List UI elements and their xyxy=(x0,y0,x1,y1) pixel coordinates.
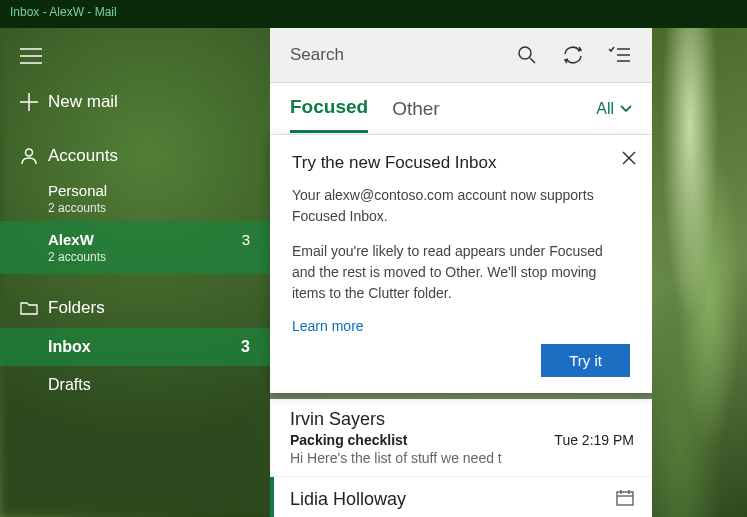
popup-text-2: Email you're likely to read appears unde… xyxy=(292,241,630,304)
sidebar: New mail Accounts Personal 2 accounts Al… xyxy=(0,28,270,517)
hamburger-menu-button[interactable] xyxy=(0,40,270,82)
svg-line-7 xyxy=(530,58,535,63)
accounts-header[interactable]: Accounts xyxy=(0,136,270,176)
select-mode-button[interactable] xyxy=(596,28,642,83)
filter-dropdown[interactable]: All xyxy=(596,100,632,118)
calendar-icon xyxy=(616,490,634,509)
account-subtext: 2 accounts xyxy=(48,201,250,215)
popup-text-1: Your alexw@contoso.com account now suppo… xyxy=(292,185,630,227)
reading-pane-background xyxy=(652,28,747,517)
message-subject: Packing checklist xyxy=(290,432,408,448)
focused-inbox-popup: Try the new Focused Inbox Your alexw@con… xyxy=(270,135,652,393)
popup-close-button[interactable] xyxy=(622,149,636,170)
message-item[interactable]: Lidia Holloway xyxy=(270,477,652,517)
account-name: Personal xyxy=(48,182,107,199)
message-sender: Lidia Holloway xyxy=(290,489,406,510)
message-sender: Irvin Sayers xyxy=(290,409,634,430)
plus-icon xyxy=(20,93,48,111)
folder-inbox[interactable]: Inbox 3 xyxy=(0,328,270,366)
filter-label: All xyxy=(596,100,614,118)
window-title: Inbox - AlexW - Mail xyxy=(10,5,117,19)
tab-focused[interactable]: Focused xyxy=(290,84,368,133)
account-alexw[interactable]: AlexW 3 2 accounts xyxy=(0,221,270,274)
new-mail-label: New mail xyxy=(48,92,118,112)
message-preview: Hi Here's the list of stuff we need t xyxy=(290,450,634,466)
account-personal[interactable]: Personal 2 accounts xyxy=(0,176,270,221)
sync-icon xyxy=(562,45,584,65)
hamburger-icon xyxy=(20,48,42,64)
toolbar: Search xyxy=(270,28,652,83)
folder-name: Drafts xyxy=(48,376,91,394)
person-icon xyxy=(20,147,48,165)
account-count: 3 xyxy=(242,231,250,248)
close-icon xyxy=(622,151,636,165)
inbox-tabs: Focused Other All xyxy=(270,83,652,135)
message-list: Irvin Sayers Packing checklist Tue 2:19 … xyxy=(270,399,652,517)
svg-rect-13 xyxy=(617,492,633,505)
search-input[interactable]: Search xyxy=(290,45,504,65)
account-name: AlexW xyxy=(48,231,94,248)
folders-header[interactable]: Folders xyxy=(0,288,270,328)
popup-title: Try the new Focused Inbox xyxy=(292,153,630,173)
folder-count: 3 xyxy=(241,338,250,356)
folder-name: Inbox xyxy=(48,338,91,356)
new-mail-button[interactable]: New mail xyxy=(0,82,270,122)
folder-drafts[interactable]: Drafts xyxy=(0,366,270,404)
select-list-icon xyxy=(608,46,630,64)
main-pane: Search Focused Other All Try t xyxy=(270,28,652,517)
message-item[interactable]: Irvin Sayers Packing checklist Tue 2:19 … xyxy=(270,399,652,477)
search-icon xyxy=(517,45,537,65)
popup-try-it-button[interactable]: Try it xyxy=(541,344,630,377)
window-titlebar: Inbox - AlexW - Mail xyxy=(0,0,747,28)
sync-button[interactable] xyxy=(550,28,596,83)
accounts-label: Accounts xyxy=(48,146,118,166)
tab-other[interactable]: Other xyxy=(392,86,440,132)
message-time: Tue 2:19 PM xyxy=(554,432,634,448)
svg-point-5 xyxy=(26,149,33,156)
svg-point-6 xyxy=(519,47,531,59)
search-button[interactable] xyxy=(504,28,550,83)
account-subtext: 2 accounts xyxy=(48,250,250,264)
chevron-down-icon xyxy=(620,105,632,113)
popup-learn-more-link[interactable]: Learn more xyxy=(292,318,630,334)
folders-label: Folders xyxy=(48,298,105,318)
folder-icon xyxy=(20,301,48,316)
